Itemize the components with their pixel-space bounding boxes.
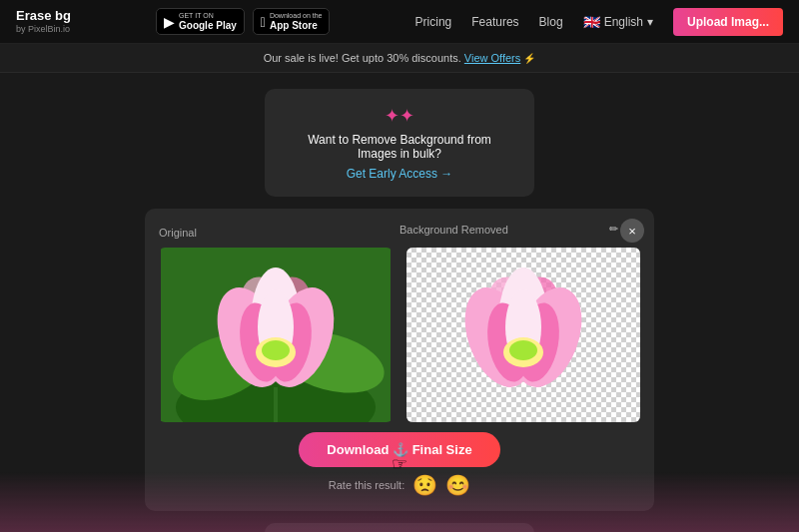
flag-icon: 🇬🇧 (583, 14, 600, 30)
removed-panel (406, 248, 640, 422)
google-play-text: GET IT ON Google Play (179, 12, 237, 31)
removed-image (406, 248, 640, 422)
language-selector[interactable]: 🇬🇧 English ▾ (583, 14, 653, 30)
rating-label: Rate this result: (329, 479, 404, 491)
images-row (159, 248, 640, 422)
original-panel (159, 248, 393, 422)
banner-title: Want to Remove Background from Images in… (289, 133, 510, 161)
download-wrapper: Download ⚓ Final Size ☞ (299, 432, 499, 467)
close-button[interactable]: × (620, 219, 644, 243)
app-store-get: Download on the (270, 12, 323, 20)
nav-pricing[interactable]: Pricing (415, 15, 452, 29)
promo-text: Our sale is live! Get upto 30% discounts… (264, 52, 461, 64)
cursor-icon: ☞ (392, 453, 407, 475)
promo-link[interactable]: View Offers (464, 52, 520, 64)
rating-section: Rate this result: 😟 😊 (159, 473, 640, 497)
comparison-header: Original Background Removed ✏ Edit (159, 223, 640, 242)
comparison-box: × Original Background Removed ✏ Edit (145, 209, 654, 511)
original-image (159, 248, 393, 422)
logo: Erase bg by PixelBin.io (16, 9, 71, 33)
google-play-name: Google Play (179, 20, 237, 31)
promo-bar: Our sale is live! Get upto 30% discounts… (0, 44, 799, 73)
nav: Pricing Features Blog 🇬🇧 English ▾ Uploa… (415, 8, 783, 36)
original-header: Original (159, 223, 400, 242)
promo-arrow: ⚡ (523, 53, 535, 64)
svg-point-24 (509, 340, 537, 360)
sad-rating-button[interactable]: 😟 (412, 473, 437, 497)
app-store-badges: ▶ GET IT ON Google Play  Download on th… (156, 8, 330, 35)
apple-icon:  (261, 14, 266, 30)
google-play-icon: ▶ (164, 14, 175, 30)
google-play-get: GET IT ON (179, 12, 237, 20)
app-store-text: Download on the App Store (270, 12, 323, 31)
app-store-badge[interactable]:  Download on the App Store (253, 8, 331, 35)
header: Erase bg by PixelBin.io ▶ GET IT ON Goog… (0, 0, 799, 44)
download-section: Download ⚓ Final Size ☞ (159, 432, 640, 467)
removed-header: Background Removed ✏ Edit (400, 223, 640, 242)
chevron-down-icon: ▾ (647, 15, 653, 29)
nav-features[interactable]: Features (471, 15, 518, 29)
happy-rating-button[interactable]: 😊 (445, 473, 470, 497)
logo-text: Erase bg (16, 9, 71, 23)
app-store-name: App Store (270, 20, 323, 31)
bottom-banner: ✦✦ Want to Remove Background from Images… (265, 523, 534, 532)
original-label: Original (159, 227, 197, 239)
svg-point-13 (262, 340, 290, 360)
nav-blog[interactable]: Blog (539, 15, 563, 29)
upload-button[interactable]: Upload Imag... (673, 8, 783, 36)
language-label: English (604, 15, 643, 29)
google-play-badge[interactable]: ▶ GET IT ON Google Play (156, 8, 245, 35)
logo-area: Erase bg by PixelBin.io (16, 9, 71, 33)
logo-sub: by PixelBin.io (16, 24, 71, 34)
early-access-link[interactable]: Get Early Access → (289, 167, 510, 181)
bulk-icon: ✦✦ (289, 105, 510, 127)
removed-label: Background Removed (400, 224, 508, 236)
main-content: ✦✦ Want to Remove Background from Images… (0, 73, 799, 532)
top-banner: ✦✦ Want to Remove Background from Images… (265, 89, 534, 197)
